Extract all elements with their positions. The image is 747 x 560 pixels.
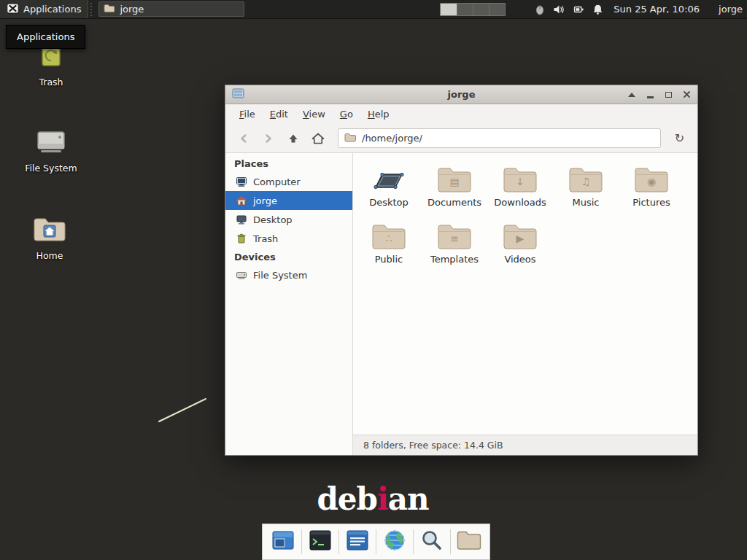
folder-label: Videos — [504, 254, 535, 265]
shade-button[interactable] — [627, 90, 636, 99]
path-bar[interactable]: /home/jorge/ — [338, 128, 661, 148]
titlebar[interactable]: jorge — [225, 85, 697, 104]
folder-public[interactable]: ∴Public — [356, 220, 422, 265]
workspace-pane-4[interactable] — [489, 4, 505, 15]
file-manager-window: jorge File Edit View Go Help /home/jorge… — [225, 85, 698, 456]
taskbar-window-button[interactable]: jorge — [98, 1, 244, 17]
dock-file-manager-button[interactable] — [456, 527, 482, 556]
menu-view[interactable]: View — [296, 106, 332, 122]
window-controls — [627, 90, 691, 99]
sidebar-item-desktop[interactable]: Desktop — [225, 210, 352, 229]
folder-icon: ◉ — [634, 163, 669, 194]
close-button[interactable] — [682, 90, 691, 99]
folder-label: Pictures — [632, 197, 670, 208]
taskbar-window-icon — [104, 4, 115, 15]
window-title: jorge — [225, 89, 697, 100]
application-finder-icon — [419, 528, 444, 556]
folder-label: Documents — [427, 197, 481, 208]
folder-icon: ∴ — [371, 220, 406, 251]
desktop-icon-home[interactable]: Home — [9, 211, 90, 261]
computer-icon — [236, 176, 247, 187]
folder-downloads[interactable]: ↓Downloads — [487, 163, 553, 208]
folder-pictures[interactable]: ◉Pictures — [619, 163, 684, 208]
sidebar-item-label: Desktop — [253, 214, 293, 225]
folder-music[interactable]: ♫Music — [553, 163, 619, 208]
dock-web-browser-button[interactable] — [382, 527, 408, 556]
wallpaper-stray-line — [155, 394, 212, 425]
desktop-icon — [371, 163, 406, 194]
folder-grid: Desktop▤Documents↓Downloads♫Music◉Pictur… — [356, 163, 697, 265]
dock-separator — [301, 529, 302, 554]
reload-button[interactable]: ↻ — [668, 128, 691, 149]
up-button[interactable] — [282, 128, 304, 149]
trash-icon — [236, 233, 247, 244]
sidebar-item-label: Computer — [253, 176, 301, 187]
folder-label: Music — [573, 197, 600, 208]
path-text: /home/jorge/ — [362, 133, 422, 144]
workspace-pane-2[interactable] — [457, 4, 473, 15]
share-emblem-icon: ∴ — [371, 231, 406, 246]
workspace-switcher[interactable] — [440, 3, 506, 16]
dock-separator — [376, 529, 376, 554]
back-button[interactable] — [232, 128, 255, 149]
panel-handle — [90, 3, 94, 16]
window-manager-icon — [271, 528, 295, 556]
dock-application-finder-button[interactable] — [419, 527, 445, 556]
maximize-button[interactable] — [664, 90, 673, 99]
web-browser-icon — [382, 528, 407, 556]
applications-icon — [7, 3, 19, 16]
desktop-icon-file-system[interactable]: File System — [11, 124, 91, 174]
folder-templates[interactable]: ≡Templates — [422, 220, 487, 265]
dock-app-menu-button[interactable] — [344, 527, 371, 556]
workspace-pane-1[interactable] — [441, 4, 457, 15]
menu-go[interactable]: Go — [333, 106, 360, 122]
sidebar-header-places: Places — [225, 155, 352, 172]
dock-separator — [338, 529, 339, 554]
dock-terminal-button[interactable] — [307, 527, 333, 556]
window-body: PlacesComputerjorgeDesktopTrashDevicesFi… — [225, 153, 697, 455]
forward-button[interactable] — [257, 128, 279, 149]
folder-icon: ▶ — [503, 220, 538, 251]
folder-view[interactable]: Desktop▤Documents↓Downloads♫Music◉Pictur… — [353, 153, 697, 435]
sidebar-item-label: Trash — [253, 233, 278, 244]
panel-clock[interactable]: Sun 25 Apr, 10:06 — [614, 4, 700, 15]
camera-emblem-icon: ◉ — [634, 174, 669, 189]
folder-desktop[interactable]: Desktop — [356, 163, 422, 208]
statusbar-text: 8 folders, Free space: 14.4 GiB — [363, 440, 503, 451]
path-folder-icon — [344, 133, 356, 144]
document-emblem-icon: ▤ — [437, 174, 472, 189]
folder-icon: ≡ — [437, 220, 472, 251]
folder-label: Desktop — [369, 197, 409, 208]
applications-label: Applications — [23, 4, 81, 15]
folder-label: Public — [375, 254, 403, 265]
menu-edit[interactable]: Edit — [263, 106, 295, 122]
volume-icon[interactable] — [553, 4, 565, 15]
notifications-icon[interactable] — [592, 4, 603, 15]
desktop-icon-label: Home — [36, 250, 63, 261]
home-button[interactable] — [306, 128, 329, 149]
minimize-button[interactable] — [646, 90, 654, 99]
mouse-icon[interactable] — [535, 4, 545, 15]
sidebar-item-file-system[interactable]: File System — [225, 265, 352, 284]
debian-logo: debian — [314, 481, 431, 517]
sidebar-item-computer[interactable]: Computer — [225, 172, 352, 191]
folder-videos[interactable]: ▶Videos — [487, 220, 553, 265]
applications-menu-button[interactable]: Applications — [0, 0, 88, 18]
power-icon[interactable] — [573, 4, 584, 15]
template-emblem-icon: ≡ — [437, 231, 472, 246]
menu-file[interactable]: File — [233, 106, 262, 122]
folder-icon: ↓ — [503, 163, 538, 194]
folder-icon: ▤ — [437, 163, 472, 194]
folder-documents[interactable]: ▤Documents — [422, 163, 487, 208]
sidebar-item-trash[interactable]: Trash — [225, 229, 352, 248]
desktop-icon-label: File System — [25, 163, 77, 174]
sidebar-item-jorge[interactable]: jorge — [225, 191, 352, 210]
workspace-pane-3[interactable] — [473, 4, 489, 15]
menu-help[interactable]: Help — [361, 106, 396, 122]
panel-username: jorge — [719, 4, 743, 15]
video-emblem-icon: ▶ — [503, 231, 538, 246]
folder-icon: ♫ — [568, 163, 603, 194]
file-manager-icon — [457, 529, 481, 554]
app-menu-icon — [345, 528, 370, 556]
dock-window-manager-button[interactable] — [270, 527, 296, 556]
